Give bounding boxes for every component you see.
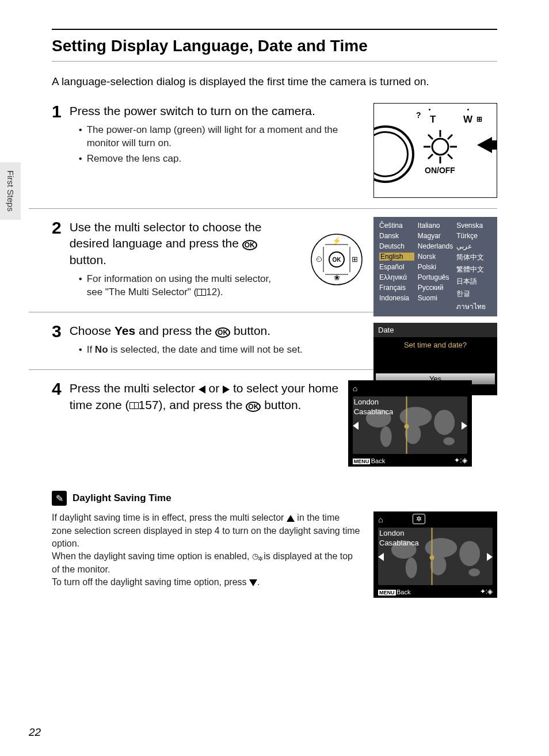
section-tab: First Steps (0, 162, 21, 220)
ok-icon: OK (215, 327, 230, 338)
intro-text: A language-selection dialog is displayed… (52, 75, 497, 88)
svg-line-7 (448, 135, 452, 139)
lang-option: Ελληνικά (379, 273, 414, 281)
svg-line-5 (428, 135, 433, 139)
bullet: For information on using the multi selec… (79, 273, 283, 299)
step-heading: Press the power switch to turn on the ca… (70, 103, 365, 119)
step-2: 2 Use the multi selector to choose the d… (29, 219, 497, 312)
timezone-screen: ⌂ LondonCasablanca MENU Back ✦:◈ (348, 380, 472, 467)
ok-icon: OK (246, 402, 261, 412)
lang-option: Suomi (418, 294, 453, 302)
svg-point-33 (468, 568, 480, 576)
right-arrow-icon (462, 422, 467, 430)
page-title: Setting Display Language, Date and Time (52, 29, 497, 62)
step-number: 2 (52, 219, 62, 301)
lang-option: Indonesia (379, 294, 414, 302)
lang-option: 繁體中文 (456, 265, 491, 274)
multi-selector-icon: OK⚡❀⏲⊞ (310, 233, 363, 286)
book-icon (129, 402, 139, 409)
note-title: Daylight Saving Time (73, 492, 171, 504)
svg-text:⚡: ⚡ (332, 236, 342, 246)
lang-option: Español (379, 263, 414, 271)
menu-label: MENU (378, 590, 396, 595)
svg-point-32 (459, 541, 480, 566)
note-body: If daylight saving time is in effect, pr… (52, 511, 362, 598)
scene-label: SCENE (373, 177, 375, 195)
help-icon: ? (416, 110, 421, 120)
step-1: 1 Press the power switch to turn on the … (29, 103, 497, 209)
bullet: The power-on lamp (green) will light for… (79, 124, 365, 150)
lang-option: Norsk (418, 253, 453, 261)
lang-option: Deutsch (379, 242, 414, 250)
svg-text:⊞: ⊞ (352, 255, 358, 264)
city-label: LondonCasablanca (354, 398, 394, 417)
thumbnail-icon: ⊞ (476, 115, 482, 123)
power-switch-icon (420, 127, 460, 167)
right-icon (223, 385, 230, 394)
lang-option: 한글 (456, 289, 491, 299)
back-label: Back (396, 589, 410, 595)
lang-option: Türkçe (456, 232, 491, 240)
lang-option: Русский (418, 284, 453, 292)
svg-point-29 (406, 558, 417, 578)
lang-option: ภาษาไทย (456, 301, 491, 312)
page-number: 22 (29, 726, 41, 739)
ok-icon: OK (242, 240, 257, 250)
note-icon: ✎ (52, 491, 67, 506)
bullet: Remove the lens cap. (79, 152, 365, 166)
left-arrow-icon (378, 553, 384, 561)
zoom-w-label: W (463, 114, 472, 125)
step-heading: Choose Yes and press the OK button. (70, 323, 340, 339)
city-label: LondonCasablanca (379, 529, 419, 548)
dst-note: ✎ Daylight Saving Time If daylight savin… (52, 491, 497, 598)
down-icon (249, 579, 257, 586)
svg-line-8 (428, 154, 433, 159)
dialog-prompt: Set time and date? (373, 337, 497, 373)
timezone-screen-dst: ⌂ ✲ LondonCasablanca MENU Back ✦:◈ (373, 511, 497, 598)
lang-option: Nederlands (418, 242, 453, 250)
back-label: Back (371, 457, 385, 464)
home-icon: ⌂ (378, 515, 383, 524)
lang-option: 简体中文 (456, 253, 491, 262)
lang-option: 日本語 (456, 277, 491, 287)
lang-option: عربي (456, 242, 491, 250)
step-heading: Use the multi selector to choose the des… (70, 219, 283, 268)
left-icon (199, 385, 205, 394)
left-arrow-icon (353, 422, 359, 430)
step-number: 4 (52, 380, 62, 467)
mode-dial-icon (373, 125, 414, 183)
step-number: 3 (52, 323, 62, 359)
dialog-title: Date (373, 323, 497, 337)
camera-diagram: SCENE ? T W ⊞ ON/OFF (373, 103, 497, 198)
dot-icon (467, 109, 469, 110)
svg-text:OK: OK (333, 257, 342, 263)
svg-point-0 (432, 139, 448, 155)
home-icon: ⌂ (353, 384, 357, 393)
lang-option: Magyar (418, 232, 453, 240)
lang-option: Svenska (456, 222, 491, 230)
lang-option: Polski (418, 263, 453, 271)
svg-text:⏲: ⏲ (315, 255, 323, 264)
dot-icon (429, 109, 430, 110)
lang-option: Italiano (418, 222, 453, 230)
lang-option: Čeština (379, 222, 414, 230)
svg-line-6 (448, 154, 452, 159)
lang-option: Dansk (379, 232, 414, 240)
svg-point-22 (399, 407, 432, 426)
nav-hint-icon: ✦:◈ (480, 587, 493, 595)
step-number: 1 (52, 103, 62, 198)
svg-point-25 (443, 437, 455, 445)
up-icon (287, 515, 295, 522)
svg-point-27 (404, 424, 409, 429)
dst-badge-icon: ✲ (413, 514, 425, 524)
language-screen: Čeština Dansk Deutsch English Español Ελ… (373, 217, 497, 316)
manual-page: First Steps Setting Display Language, Da… (0, 0, 549, 756)
arrow-icon (477, 137, 492, 153)
svg-point-24 (434, 410, 455, 435)
lang-option-selected: English (379, 253, 414, 261)
lang-option: Português (418, 273, 453, 281)
dst-icon (252, 552, 261, 562)
right-arrow-icon (487, 553, 493, 561)
onoff-label: ON/OFF (425, 166, 455, 175)
step-3: 3 Choose Yes and press the OK button. If… (29, 323, 497, 370)
